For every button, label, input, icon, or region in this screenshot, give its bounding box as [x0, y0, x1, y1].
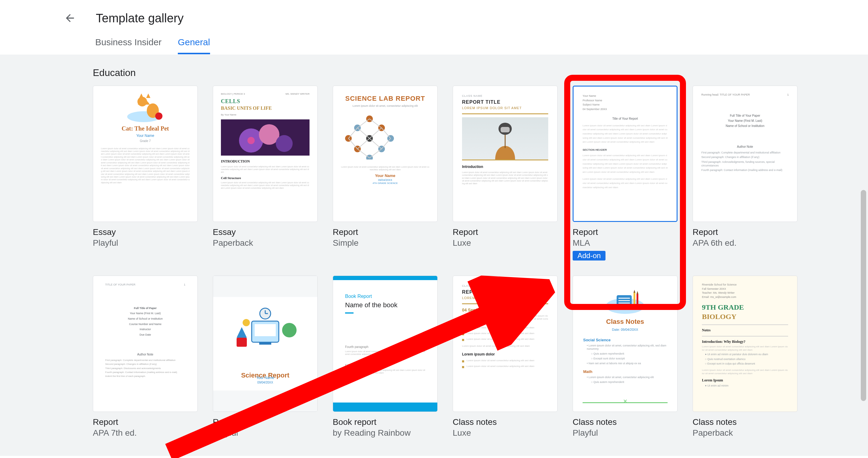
template-card[interactable]: CLASS NAME REPORT TITLE LOREM IPSUM DOLO… [453, 276, 558, 438]
template-thumbnail: Book Report Name of the book Fourth para… [333, 276, 438, 412]
template-thumbnail: Riverside School for ScienceFall Semeste… [692, 276, 798, 412]
svg-point-10 [247, 137, 255, 144]
tab-business-insider[interactable]: Business Insider [95, 37, 161, 54]
template-card[interactable]: Riverside School for ScienceFall Semeste… [692, 276, 798, 438]
svg-marker-50 [633, 290, 635, 293]
template-thumbnail: TITLE OF YOUR PAPER1 Full Title of Paper… [93, 276, 198, 412]
svg-rect-33 [501, 127, 510, 132]
svg-line-28 [370, 139, 381, 149]
template-content: Education Cat: The Ideal Pet Your Name G… [0, 55, 868, 456]
template-subtitle: Playful [93, 238, 198, 248]
arrow-back-icon [64, 12, 76, 24]
svg-point-5 [137, 97, 147, 106]
svg-point-2 [155, 113, 162, 120]
template-name: Book report [333, 417, 438, 427]
svg-rect-49 [633, 293, 635, 309]
svg-line-29 [381, 139, 391, 149]
template-thumbnail: CLASS NAME REPORT TITLE LOREM IPSUM DOLO… [453, 276, 558, 412]
template-name: Report [692, 227, 798, 237]
svg-line-31 [370, 149, 381, 158]
template-name: Report [333, 227, 438, 237]
template-name: Report [453, 227, 558, 237]
template-name: Class notes [692, 417, 798, 427]
svg-line-22 [348, 128, 358, 139]
addon-badge: Add-on [572, 251, 606, 261]
svg-line-20 [358, 119, 370, 128]
tabs: Business Insider General [0, 36, 868, 54]
template-thumbnail: SCIENCE LAB REPORT Lorem ipsum dolor sit… [333, 86, 438, 222]
svg-line-23 [358, 128, 370, 139]
tab-general[interactable]: General [178, 37, 210, 54]
template-thumbnail: CLASS NAME REPORT TITLE LOREM IPSUM DOLO… [453, 86, 558, 222]
template-card[interactable]: Your NameProfessor NameSubject Name04 Se… [572, 86, 678, 261]
template-subtitle: Paperback [213, 238, 318, 248]
template-name: Class notes [453, 417, 558, 427]
template-grid: Cat: The Ideal Pet Your Name Grade 7 Lor… [93, 86, 781, 438]
template-thumbnail: Running head: TITLE OF YOUR PAPER1 Full … [692, 86, 798, 222]
template-name: Report [572, 227, 678, 237]
template-subtitle: by Reading Rainbow [333, 428, 438, 438]
template-card[interactable]: Class Notes Date: 09/04/20XX Social Scie… [572, 276, 678, 438]
back-button[interactable] [62, 10, 78, 26]
template-thumbnail: Class Notes Date: 09/04/20XX Social Scie… [572, 276, 678, 412]
svg-line-27 [358, 139, 370, 149]
template-subtitle: Luxe [453, 428, 558, 438]
template-subtitle: Luxe [453, 238, 558, 248]
template-card[interactable]: TITLE OF YOUR PAPER1 Full Title of Paper… [93, 276, 198, 438]
template-name: Report [93, 417, 198, 427]
scrollbar[interactable] [861, 42, 866, 452]
section-title: Education [93, 67, 781, 79]
template-subtitle: Playful [572, 428, 678, 438]
svg-line-26 [348, 139, 358, 149]
svg-point-19 [366, 155, 373, 159]
template-name: Report [213, 417, 318, 427]
template-name: Essay [93, 227, 198, 237]
template-card[interactable]: Book Report Name of the book Fourth para… [333, 276, 438, 438]
template-thumbnail: BIOLOGY | PERIOD 3MS. WENDY WRITER CELLS… [213, 86, 318, 222]
template-card[interactable]: SCIENCE LAB REPORT Lorem ipsum dolor sit… [333, 86, 438, 261]
template-thumbnail: Cat: The Ideal Pet Your Name Grade 7 Lor… [93, 86, 198, 222]
svg-rect-51 [637, 294, 638, 309]
svg-point-9 [276, 135, 293, 152]
template-card[interactable]: Running head: TITLE OF YOUR PAPER1 Full … [692, 86, 798, 261]
svg-marker-52 [637, 291, 638, 294]
svg-point-43 [243, 319, 250, 326]
template-subtitle: Simple [333, 238, 438, 248]
template-card[interactable]: CLASS NAME REPORT TITLE LOREM IPSUM DOLO… [453, 86, 558, 261]
template-thumbnail: Science Report Your Name 09/04/20XX [213, 276, 318, 412]
svg-marker-4 [146, 93, 150, 98]
template-name: Essay [213, 227, 318, 237]
template-subtitle: Paperback [692, 428, 798, 438]
template-card[interactable]: Science Report Your Name 09/04/20XX Repo… [213, 276, 318, 438]
template-card[interactable]: Cat: The Ideal Pet Your Name Grade 7 Lor… [93, 86, 198, 261]
template-subtitle: APA 6th ed. [692, 238, 798, 248]
scrollbar-thumb[interactable] [861, 190, 866, 401]
svg-line-24 [370, 128, 381, 139]
template-thumbnail: Your NameProfessor NameSubject Name04 Se… [572, 86, 678, 222]
svg-line-25 [381, 128, 391, 139]
svg-line-21 [370, 119, 381, 128]
template-name: Class notes [572, 417, 678, 427]
template-subtitle: Playful [213, 428, 318, 438]
svg-line-30 [358, 149, 370, 158]
template-subtitle: MLA [572, 238, 678, 248]
template-card[interactable]: BIOLOGY | PERIOD 3MS. WENDY WRITER CELLS… [213, 86, 318, 261]
template-subtitle: APA 7th ed. [93, 428, 198, 438]
page-title: Template gallery [96, 11, 184, 25]
svg-rect-45 [617, 295, 632, 308]
